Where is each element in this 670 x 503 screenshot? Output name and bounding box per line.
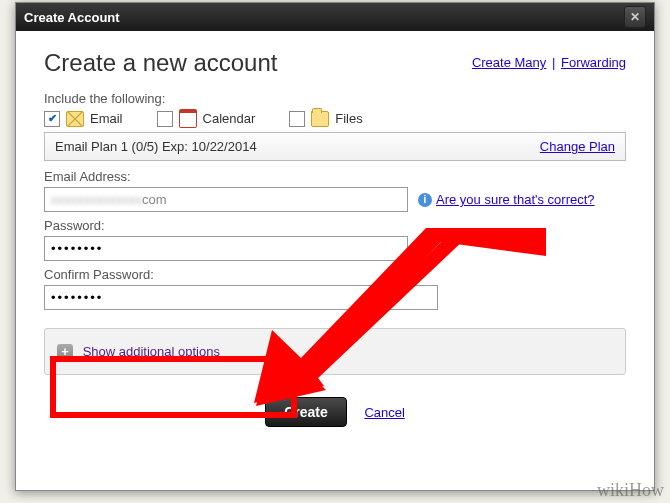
mail-icon xyxy=(66,111,84,127)
title-bar: Create Account ✕ xyxy=(16,3,654,31)
window-title: Create Account xyxy=(24,10,120,25)
folder-icon xyxy=(311,111,329,127)
create-button[interactable]: Create xyxy=(265,397,347,427)
calendar-option-label: Calendar xyxy=(203,111,256,126)
info-icon: i xyxy=(418,193,432,207)
close-icon: ✕ xyxy=(630,10,640,24)
separator: | xyxy=(552,55,555,70)
files-checkbox[interactable] xyxy=(289,111,305,127)
email-option-label: Email xyxy=(90,111,123,126)
include-row: Email Calendar Files xyxy=(44,109,626,128)
include-label: Include the following: xyxy=(44,91,626,106)
page-heading: Create a new account xyxy=(44,49,277,77)
confirm-password-input[interactable] xyxy=(44,285,438,310)
email-blurred-part: xxxxxxxxxxxxxx xyxy=(51,192,142,207)
button-row: Create Cancel xyxy=(44,397,626,427)
email-suffix: com xyxy=(142,192,167,207)
email-label: Email Address: xyxy=(44,169,626,184)
calendar-checkbox[interactable] xyxy=(157,111,173,127)
forwarding-link[interactable]: Forwarding xyxy=(561,55,626,70)
plan-box: Email Plan 1 (0/5) Exp: 10/22/2014 Chang… xyxy=(44,132,626,161)
watermark: wikiHow xyxy=(597,480,664,501)
password-input[interactable] xyxy=(44,236,408,261)
files-option-label: Files xyxy=(335,111,362,126)
close-button[interactable]: ✕ xyxy=(624,6,646,28)
password-label: Password: xyxy=(44,218,626,233)
show-additional-options-link[interactable]: Show additional options xyxy=(83,344,220,359)
email-input[interactable]: xxxxxxxxxxxxxxcom xyxy=(44,187,408,212)
create-many-link[interactable]: Create Many xyxy=(472,55,546,70)
calendar-icon xyxy=(179,109,197,128)
change-plan-link[interactable]: Change Plan xyxy=(540,139,615,154)
confirm-password-label: Confirm Password: xyxy=(44,267,626,282)
additional-options-box: + Show additional options xyxy=(44,328,626,375)
check-icon: ✓ xyxy=(418,242,432,256)
email-hint-link[interactable]: Are you sure that's correct? xyxy=(436,192,595,207)
plan-text: Email Plan 1 (0/5) Exp: 10/22/2014 xyxy=(55,139,257,154)
cancel-link[interactable]: Cancel xyxy=(364,405,404,420)
email-checkbox[interactable] xyxy=(44,111,60,127)
top-links: Create Many | Forwarding xyxy=(472,55,626,70)
plus-icon[interactable]: + xyxy=(57,344,73,360)
